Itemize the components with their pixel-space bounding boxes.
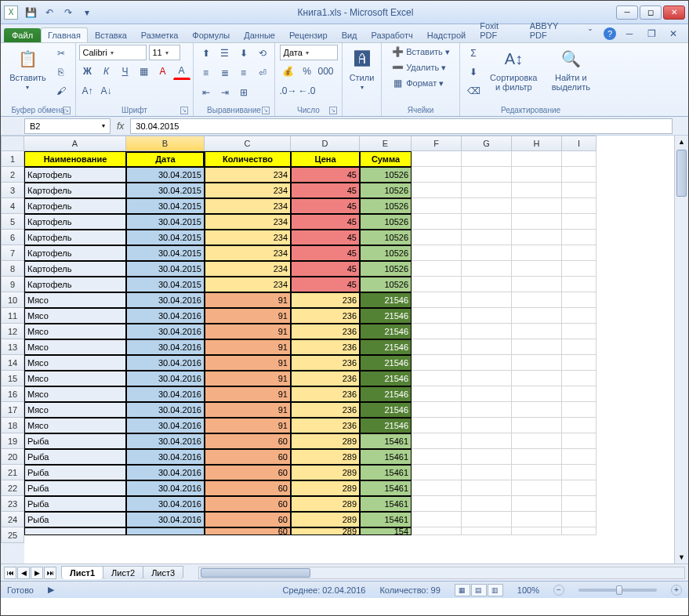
empty-cell[interactable] — [412, 324, 462, 339]
empty-cell[interactable] — [562, 183, 597, 198]
clipboard-launcher[interactable]: ↘ — [63, 107, 71, 114]
horizontal-scrollbar[interactable] — [198, 567, 685, 579]
page-layout-view-button[interactable]: ▤ — [471, 584, 487, 596]
cell-sum[interactable]: 21546 — [360, 418, 412, 433]
row-header-15[interactable]: 15 — [1, 371, 24, 386]
empty-cell[interactable] — [512, 433, 562, 449]
empty-cell[interactable] — [562, 386, 597, 402]
decrease-indent-button[interactable]: ⇤ — [198, 84, 215, 101]
empty-cell[interactable] — [462, 355, 512, 371]
qat-dropdown[interactable]: ▾ — [79, 5, 95, 20]
empty-cell[interactable] — [562, 371, 597, 386]
zoom-level[interactable]: 100% — [517, 585, 539, 595]
cell-name[interactable]: Мясо — [24, 371, 126, 386]
cell-sum[interactable]: 10526 — [360, 198, 412, 214]
cell-name[interactable]: Картофель — [24, 261, 126, 277]
column-header-D[interactable]: D — [291, 136, 360, 151]
empty-cell[interactable] — [462, 418, 512, 433]
empty-cell[interactable] — [412, 308, 462, 324]
empty-cell[interactable] — [512, 183, 562, 198]
ribbon-tab-foxit pdf[interactable]: Foxit PDF — [473, 18, 523, 42]
cell-qty[interactable]: 234 — [205, 198, 291, 214]
cell-sum[interactable]: 15461 — [360, 433, 412, 449]
border-button[interactable]: ▦ — [136, 63, 153, 80]
insert-cells-button[interactable]: ➕Вставить ▾ — [390, 45, 451, 59]
empty-cell[interactable] — [512, 512, 562, 527]
empty-cell[interactable] — [562, 402, 597, 418]
empty-cell[interactable] — [562, 308, 597, 324]
cell-sum[interactable]: 10526 — [360, 183, 412, 198]
cell-sum[interactable]: 10526 — [360, 245, 412, 261]
cell-qty[interactable]: 234 — [205, 277, 291, 292]
cell-price[interactable]: 289 — [291, 449, 360, 465]
cell-price[interactable]: 45 — [291, 198, 360, 214]
cell-name[interactable]: Картофель — [24, 245, 126, 261]
cell-price[interactable]: 45 — [291, 261, 360, 277]
cell-sum[interactable]: 21546 — [360, 371, 412, 386]
row-header-7[interactable]: 7 — [1, 245, 24, 261]
align-center-button[interactable]: ≣ — [216, 64, 234, 82]
find-select-button[interactable]: 🔍 Найти и выделить — [546, 45, 597, 93]
empty-cell[interactable] — [512, 245, 562, 261]
vertical-scrollbar[interactable]: ▲ ▼ — [674, 136, 688, 563]
select-all-corner[interactable] — [1, 136, 24, 151]
sheet-nav-last[interactable]: ⏭ — [44, 567, 56, 579]
copy-button[interactable]: ⎘ — [53, 63, 70, 81]
cell-sum[interactable]: 21546 — [360, 308, 412, 324]
column-header-I[interactable]: I — [562, 136, 597, 151]
cell-date[interactable] — [126, 527, 205, 535]
empty-cell[interactable] — [562, 292, 597, 308]
cell-price[interactable]: 289 — [291, 512, 360, 527]
cell-date[interactable]: 30.04.2015 — [126, 277, 205, 292]
empty-cell[interactable] — [412, 167, 462, 183]
cell-qty[interactable]: 91 — [205, 355, 291, 371]
empty-cell[interactable] — [412, 449, 462, 465]
file-tab[interactable]: Файл — [4, 28, 41, 42]
styles-button[interactable]: 🅰 Стили ▾ — [346, 45, 378, 92]
empty-cell[interactable] — [562, 277, 597, 292]
empty-cell[interactable] — [412, 245, 462, 261]
row-header-10[interactable]: 10 — [1, 292, 24, 308]
empty-cell[interactable] — [562, 261, 597, 277]
empty-cell[interactable] — [412, 496, 462, 512]
empty-cell[interactable] — [512, 324, 562, 339]
scroll-down-arrow[interactable]: ▼ — [675, 551, 688, 563]
row-header-8[interactable]: 8 — [1, 261, 24, 277]
empty-cell[interactable] — [512, 402, 562, 418]
cell-date[interactable]: 30.04.2016 — [126, 339, 205, 355]
cell-date[interactable]: 30.04.2015 — [126, 230, 205, 245]
header-cell[interactable]: Количество — [205, 151, 291, 167]
cell-name[interactable]: Мясо — [24, 339, 126, 355]
font-name-combo[interactable]: Calibri▾ — [79, 45, 147, 60]
delete-cells-button[interactable]: ➖Удалить ▾ — [390, 60, 451, 74]
empty-cell[interactable] — [512, 386, 562, 402]
clear-button[interactable]: ⌫ — [465, 82, 482, 100]
ribbon-tab-рецензир[interactable]: Рецензир — [282, 27, 335, 42]
increase-indent-button[interactable]: ⇥ — [216, 84, 234, 101]
shrink-font-button[interactable]: A↓ — [98, 82, 115, 100]
cell-qty[interactable]: 60 — [205, 496, 291, 512]
empty-cell[interactable] — [512, 230, 562, 245]
empty-cell[interactable] — [562, 151, 597, 167]
row-header-4[interactable]: 4 — [1, 198, 24, 214]
empty-cell[interactable] — [412, 418, 462, 433]
ribbon-tab-главная[interactable]: Главная — [41, 27, 88, 42]
cell-qty[interactable]: 60 — [205, 512, 291, 527]
paste-button[interactable]: 📋 Вставить ▾ — [6, 45, 49, 92]
increase-decimal-button[interactable]: .0→ — [280, 82, 297, 100]
fill-color-button[interactable]: A — [154, 63, 172, 80]
ribbon-tab-вид[interactable]: Вид — [335, 27, 364, 42]
ribbon-tab-данные[interactable]: Данные — [237, 27, 282, 42]
sheet-nav-next[interactable]: ▶ — [31, 567, 43, 579]
empty-cell[interactable] — [412, 214, 462, 230]
empty-cell[interactable] — [462, 183, 512, 198]
cell-sum[interactable]: 21546 — [360, 324, 412, 339]
name-box[interactable]: B2▾ — [24, 118, 111, 134]
zoom-out-button[interactable]: − — [553, 585, 564, 596]
empty-cell[interactable] — [412, 433, 462, 449]
cell-name[interactable]: Рыба — [24, 465, 126, 480]
cell-date[interactable]: 30.04.2015 — [126, 183, 205, 198]
cell-sum[interactable]: 21546 — [360, 386, 412, 402]
empty-cell[interactable] — [512, 198, 562, 214]
percent-button[interactable]: % — [299, 63, 316, 80]
